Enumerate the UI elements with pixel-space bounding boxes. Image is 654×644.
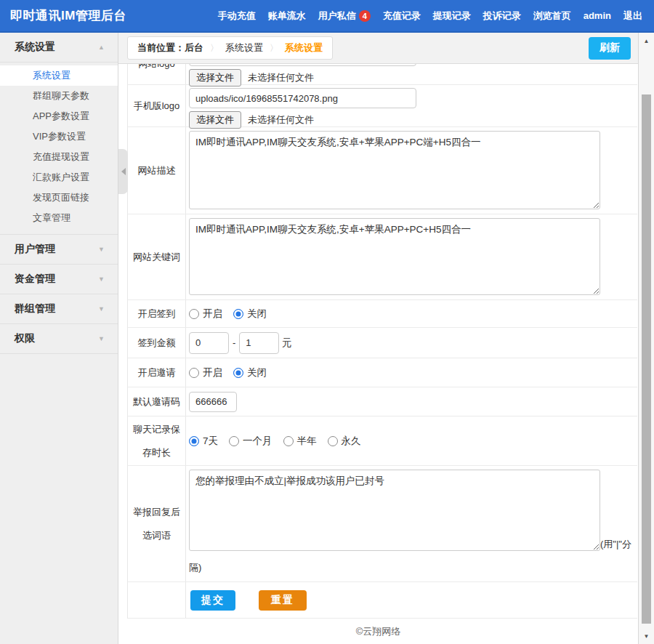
nav-withdraw-records[interactable]: 提现记录 — [433, 9, 471, 23]
site-keywords-textarea[interactable]: IM即时通讯APP,IM聊天交友系统,安卓+苹果APP+PC+H5四合一 — [189, 218, 600, 295]
site-description-label: 网站描述 — [128, 127, 186, 214]
retention-halfyear-radio[interactable] — [283, 436, 294, 446]
form-row-actions: 提交 重置 — [128, 582, 637, 619]
sidebar-collapse-handle[interactable] — [118, 149, 128, 194]
retention-7days-label: 7天 — [203, 435, 218, 448]
signin-on-radio[interactable] — [189, 309, 199, 319]
chevron-up-icon: ▲ — [98, 44, 105, 51]
mobile-logo-label: 手机版logo — [128, 85, 186, 126]
reset-button[interactable]: 重置 — [259, 590, 307, 611]
form-row-site-description: 网站描述 IM即时通讯APP,IM聊天交友系统,安卓+苹果APP+PC端+H5四… — [128, 127, 637, 214]
sidebar-group-permissions[interactable]: 权限 ▼ — [0, 324, 118, 354]
report-reply-label: 举报回复后选词语 — [128, 466, 186, 581]
invite-on-label: 开启 — [203, 366, 222, 379]
chevron-down-icon: ▼ — [98, 275, 105, 283]
retention-halfyear-label: 半年 — [297, 435, 317, 448]
top-bar: 即时通讯IM管理后台 手动充值 账单流水 用户私信4 充值记录 提现记录 投诉记… — [0, 0, 654, 33]
scroll-down-arrow-icon[interactable]: ▼ — [639, 630, 654, 643]
sidebar-group-label: 用户管理 — [15, 243, 55, 256]
sidebar-group-label: 资金管理 — [15, 273, 55, 286]
form-row-report-reply: 举报回复后选词语 您的举报理由不成立|举报成功该用户已封号(用"|"分 隔) — [128, 466, 637, 582]
sidebar-item-discover-page-links[interactable]: 发现页面链接 — [0, 188, 118, 208]
sidebar-group-label: 群组管理 — [15, 302, 55, 315]
signin-on-option[interactable]: 开启 — [189, 307, 222, 321]
sidebar-item-app-params[interactable]: APP参数设置 — [0, 106, 118, 126]
invite-on-radio[interactable] — [189, 368, 199, 378]
chevron-down-icon: ▼ — [98, 335, 105, 342]
nav-manual-recharge[interactable]: 手动充值 — [218, 9, 256, 23]
sidebar-group-user-management[interactable]: 用户管理 ▼ — [0, 235, 118, 265]
breadcrumb-current-page: 系统设置 — [285, 41, 323, 55]
sidebar-item-vip-params[interactable]: VIP参数设置 — [0, 126, 118, 147]
sidebar-item-group-chat-params[interactable]: 群组聊天参数 — [0, 86, 118, 106]
form-row-chat-retention: 聊天记录保存时长 7天 一个月 半年 — [128, 416, 637, 466]
signin-amount-max-input[interactable] — [239, 332, 279, 354]
breadcrumb-separator-icon: 〉 — [210, 42, 219, 55]
scrollbar-thumb[interactable] — [642, 94, 651, 624]
sidebar-item-system-settings[interactable]: 系统设置 — [0, 65, 118, 86]
amount-unit: 元 — [282, 337, 292, 350]
sidebar-group-group-management[interactable]: 群组管理 ▼ — [0, 294, 118, 324]
top-nav: 手动充值 账单流水 用户私信4 充值记录 提现记录 投诉记录 浏览首页 admi… — [218, 9, 642, 23]
sidebar-group-label: 系统设置 — [15, 41, 55, 54]
mobile-logo-input[interactable] — [189, 88, 416, 108]
retention-7days-radio[interactable] — [189, 436, 199, 446]
message-count-badge: 4 — [359, 10, 371, 22]
form-row-site-keywords: 网站关键词 IM即时通讯APP,IM聊天交友系统,安卓+苹果APP+PC+H5四… — [128, 214, 637, 300]
nav-browse-homepage[interactable]: 浏览首页 — [533, 9, 571, 23]
retention-forever-option[interactable]: 永久 — [328, 435, 361, 448]
mobile-logo-file-button[interactable]: 选择文件 — [189, 111, 241, 129]
site-logo-input[interactable] — [189, 64, 416, 66]
form-row-site-logo: 网站logo 选择文件 未选择任何文件 — [128, 64, 637, 85]
site-description-textarea[interactable]: IM即时通讯APP,IM聊天交友系统,安卓+苹果APP+PC端+H5四合一 — [189, 131, 600, 209]
invite-code-input[interactable] — [189, 392, 237, 412]
site-logo-label: 网站logo — [128, 64, 186, 84]
actions-label-spacer — [128, 582, 186, 618]
mobile-logo-file-status: 未选择任何文件 — [248, 113, 314, 126]
retention-1month-option[interactable]: 一个月 — [229, 435, 272, 448]
retention-1month-radio[interactable] — [229, 436, 239, 446]
nav-bill-flow[interactable]: 账单流水 — [268, 9, 306, 23]
retention-7days-option[interactable]: 7天 — [189, 435, 218, 448]
site-keywords-label: 网站关键词 — [128, 214, 186, 299]
form-row-invite-code: 默认邀请码 — [128, 387, 637, 416]
signin-off-option[interactable]: 关闭 — [233, 307, 267, 321]
retention-halfyear-option[interactable]: 半年 — [283, 435, 317, 448]
nav-logout[interactable]: 退出 — [623, 9, 642, 23]
content-area: 当前位置：后台 〉 系统设置 〉 系统设置 刷新 网站logo 选择文件 未选择… — [118, 33, 638, 644]
report-reply-hint: (用"|"分 — [600, 539, 631, 550]
nav-admin[interactable]: admin — [584, 10, 611, 21]
content-scrollbar[interactable]: ▲ ▼ — [638, 33, 654, 644]
sidebar-group-label: 权限 — [15, 332, 35, 345]
collapse-arrow-icon — [121, 168, 126, 175]
retention-forever-radio[interactable] — [328, 436, 338, 446]
breadcrumb-item-system-settings[interactable]: 系统设置 — [225, 41, 263, 55]
sidebar: 系统设置 ▲ 系统设置 群组聊天参数 APP参数设置 VIP参数设置 充值提现设… — [0, 33, 118, 644]
submit-button[interactable]: 提交 — [190, 590, 235, 611]
form-row-signin-enable: 开启签到 开启 关闭 — [128, 300, 637, 328]
sidebar-group-funds-management[interactable]: 资金管理 ▼ — [0, 265, 118, 294]
refresh-button[interactable]: 刷新 — [589, 37, 631, 60]
copyright: ©云翔网络 — [118, 619, 638, 638]
invite-off-radio[interactable] — [233, 368, 243, 378]
breadcrumb-bar: 当前位置：后台 〉 系统设置 〉 系统设置 刷新 — [118, 33, 638, 64]
site-logo-file-button[interactable]: 选择文件 — [189, 69, 241, 86]
scroll-up-arrow-icon[interactable]: ▲ — [639, 35, 654, 47]
signin-off-radio[interactable] — [233, 309, 243, 319]
retention-forever-label: 永久 — [342, 435, 361, 448]
nav-complaint-records[interactable]: 投诉记录 — [483, 9, 521, 23]
invite-on-option[interactable]: 开启 — [189, 366, 222, 379]
nav-user-messages[interactable]: 用户私信4 — [318, 9, 371, 23]
signin-amount-min-input[interactable] — [189, 332, 229, 354]
invite-off-option[interactable]: 关闭 — [233, 366, 267, 379]
sidebar-item-recharge-withdraw-settings[interactable]: 充值提现设置 — [0, 147, 118, 167]
report-reply-textarea[interactable]: 您的举报理由不成立|举报成功该用户已封号 — [189, 470, 600, 551]
form-row-signin-amount: 签到金额 - 元 — [128, 328, 637, 358]
nav-recharge-records[interactable]: 充值记录 — [383, 9, 421, 23]
invite-code-label: 默认邀请码 — [128, 387, 186, 416]
signin-enable-label: 开启签到 — [128, 300, 186, 327]
sidebar-group-system-settings[interactable]: 系统设置 ▲ — [0, 33, 118, 63]
breadcrumb: 当前位置：后台 〉 系统设置 〉 系统设置 — [127, 36, 333, 60]
sidebar-item-article-management[interactable]: 文章管理 — [0, 208, 118, 228]
sidebar-item-remittance-account[interactable]: 汇款账户设置 — [0, 167, 118, 188]
